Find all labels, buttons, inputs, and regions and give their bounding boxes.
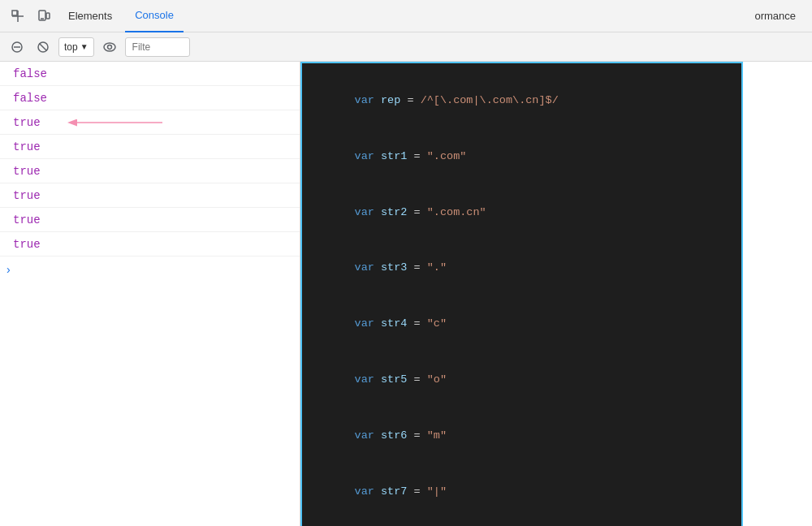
code-line-5: var str4 = "c" xyxy=(315,296,728,352)
console-value: true xyxy=(13,213,41,226)
code-line-3: var str2 = ".com.cn" xyxy=(315,185,728,241)
console-row-3: true xyxy=(0,110,300,135)
chevron-down-icon: ▼ xyxy=(80,42,89,51)
console-row-5: true xyxy=(0,159,300,183)
main-content: false false true true true true xyxy=(0,62,812,526)
console-panel: false false true true true true xyxy=(0,62,300,526)
console-value: true xyxy=(13,238,41,251)
console-value: true xyxy=(13,140,41,153)
console-row-2: false xyxy=(0,86,300,110)
console-value: true xyxy=(13,165,41,178)
console-row-6: true xyxy=(0,183,300,208)
console-toolbar: top ▼ xyxy=(0,32,812,62)
svg-rect-0 xyxy=(12,11,17,15)
code-line-8: var str7 = "|" xyxy=(315,464,728,520)
console-value: false xyxy=(13,92,47,105)
console-row-7: true xyxy=(0,208,300,232)
prompt-chevron-icon: › xyxy=(6,263,11,276)
console-row-1: false xyxy=(0,62,300,86)
svg-line-9 xyxy=(40,43,47,50)
svg-point-10 xyxy=(104,43,115,51)
filter-input[interactable] xyxy=(125,37,190,57)
code-line-1: var rep = /^[\.com|\.com\.cn]$/ xyxy=(315,73,728,129)
context-dropdown[interactable]: top ▼ xyxy=(58,37,94,57)
code-line-2: var str1 = ".com" xyxy=(315,129,728,185)
console-prompt[interactable]: › xyxy=(0,257,300,282)
devtools-toolbar: Elements Console ormance xyxy=(0,0,812,32)
console-value: false xyxy=(13,67,47,80)
tab-console[interactable]: Console xyxy=(125,0,184,32)
console-value: true xyxy=(13,116,41,129)
clear-console-button[interactable] xyxy=(6,37,28,58)
console-value: true xyxy=(13,189,41,202)
code-line-6: var str5 = "o" xyxy=(315,352,728,408)
code-line-7: var str6 = "m" xyxy=(315,408,728,464)
tab-elements[interactable]: Elements xyxy=(58,0,122,32)
code-line-9: var str8 = "n" xyxy=(315,520,728,527)
console-row-8: true xyxy=(0,232,300,257)
inspect-icon[interactable] xyxy=(6,5,29,28)
block-icon[interactable] xyxy=(32,37,54,58)
tab-performance[interactable]: ormance xyxy=(745,0,806,32)
arrow-annotation xyxy=(73,114,171,131)
svg-point-11 xyxy=(107,45,111,49)
code-popup: var rep = /^[\.com|\.com\.cn]$/ var str1… xyxy=(300,62,743,526)
code-line-4: var str3 = "." xyxy=(315,240,728,296)
eye-icon[interactable] xyxy=(99,37,120,58)
console-row-4: true xyxy=(0,135,300,159)
device-icon[interactable] xyxy=(32,5,55,28)
svg-rect-4 xyxy=(46,13,50,19)
